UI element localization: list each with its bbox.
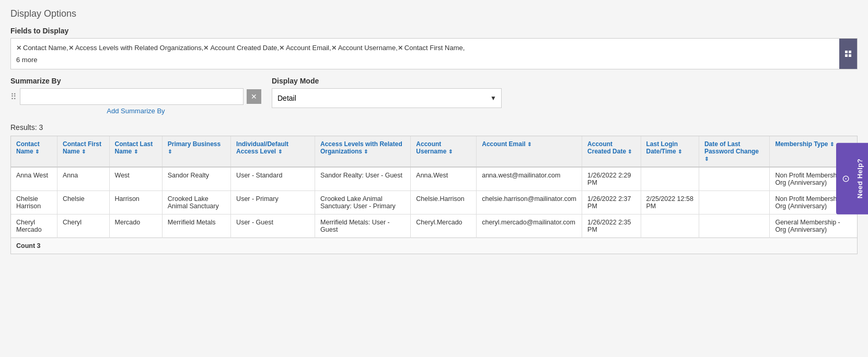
summarize-input[interactable] (20, 88, 244, 105)
question-icon: ⊙ (840, 174, 852, 182)
main-container: Display Options Fields to Display ✕ Cont… (0, 0, 868, 357)
cell-primary_business: Sandor Realty (162, 167, 230, 191)
col-primary-business[interactable]: Primary Business ⇕ (162, 136, 230, 167)
cell-last_password_change (699, 191, 769, 215)
need-help-panel[interactable]: ⊙ Need Help? (836, 143, 868, 215)
count-footer-cell: Count 3 (11, 238, 857, 254)
add-summarize-link[interactable]: Add Summarize By (10, 107, 261, 115)
table-wrapper: Contact Name ⇕ Contact First Name ⇕ Cont… (10, 136, 858, 254)
cell-last_password_change (699, 215, 769, 238)
need-help-label: Need Help? (856, 159, 864, 199)
more-fields-text: 6 more (16, 56, 852, 64)
field-tags-container: ✕ Contact Name,✕ Access Levels with Rela… (16, 44, 465, 52)
field-tag: ✕ Account Username, (331, 44, 398, 52)
results-section: Results: 3 Contact Name ⇕ Contact First … (10, 123, 858, 254)
field-tag: ✕ Contact First Name, (398, 44, 465, 52)
remove-field-button[interactable]: ✕ (68, 44, 74, 52)
cell-account_email: chelsie.harrison@mailinator.com (477, 191, 582, 215)
field-tag: ✕ Access Levels with Related Organizatio… (68, 44, 204, 52)
svg-rect-3 (849, 54, 851, 57)
cell-last_login: 2/25/2022 12:58 PM (641, 191, 699, 215)
cell-contact_name: Anna West (11, 167, 57, 191)
table-header: Contact Name ⇕ Contact First Name ⇕ Cont… (11, 136, 857, 167)
summarize-row: ⠿ ✕ (10, 88, 261, 105)
cell-membership_type: General Membership - Org (Anniversary) (770, 215, 857, 238)
remove-field-button[interactable]: ✕ (16, 44, 21, 52)
col-individual-access-level[interactable]: Individual/Default Access Level ⇕ (231, 136, 315, 167)
col-account-email[interactable]: Account Email ⇕ (477, 136, 582, 167)
summarize-label: Summarize By (10, 77, 261, 85)
cell-primary_business: Merrifield Metals (162, 215, 230, 238)
results-tbody: Anna WestAnnaWestSandor RealtyUser - Sta… (11, 167, 857, 238)
col-account-created-date[interactable]: Account Created Date ⇕ (582, 136, 641, 167)
cell-individual_access_level: User - Guest (231, 215, 315, 238)
results-table: Contact Name ⇕ Contact First Name ⇕ Cont… (11, 136, 857, 254)
field-tag: ✕ Contact Name, (16, 44, 68, 52)
cell-contact_last_name: West (109, 167, 162, 191)
display-mode-section: Display Mode Detail Summary (272, 77, 502, 115)
table-row: Chelsie HarrisonChelsieHarrisonCrooked L… (11, 191, 857, 215)
remove-field-button[interactable]: ✕ (279, 44, 284, 52)
cell-contact_name: Cheryl Mercado (11, 215, 57, 238)
cell-last_password_change (699, 167, 769, 191)
summarize-section: Summarize By ⠿ ✕ Add Summarize By (10, 77, 261, 115)
summarize-clear-button[interactable]: ✕ (247, 89, 261, 104)
cell-contact_last_name: Harrison (109, 191, 162, 215)
drag-handle-icon: ⠿ (10, 92, 17, 102)
col-contact-first-name[interactable]: Contact First Name ⇕ (57, 136, 109, 167)
cell-individual_access_level: User - Primary (231, 191, 315, 215)
col-account-username[interactable]: Account Username ⇕ (411, 136, 477, 167)
display-mode-label: Display Mode (272, 77, 502, 85)
svg-rect-1 (849, 51, 851, 53)
cell-contact_name: Chelsie Harrison (11, 191, 57, 215)
remove-field-button[interactable]: ✕ (203, 44, 209, 52)
fields-label: Fields to Display (10, 27, 858, 35)
field-tag: ✕ Account Email, (279, 44, 331, 52)
fields-box: ✕ Contact Name,✕ Access Levels with Rela… (10, 38, 858, 69)
cell-access_levels_orgs: Sandor Realty: User - Guest (315, 167, 411, 191)
cell-access_levels_orgs: Crooked Lake Animal Sanctuary: User - Pr… (315, 191, 411, 215)
table-row: Anna WestAnnaWestSandor RealtyUser - Sta… (11, 167, 857, 191)
cell-account_created_date: 1/26/2022 2:29 PM (582, 167, 641, 191)
options-row: Summarize By ⠿ ✕ Add Summarize By Displa… (10, 77, 858, 115)
cell-account_username: Anna.West (411, 167, 477, 191)
display-mode-wrapper: Detail Summary (272, 88, 502, 108)
display-mode-select[interactable]: Detail Summary (272, 88, 502, 108)
fields-dropdown-button[interactable] (839, 39, 857, 69)
results-count: Results: 3 (10, 123, 858, 132)
col-contact-last-name[interactable]: Contact Last Name ⇕ (109, 136, 162, 167)
col-last-password-change[interactable]: Date of Last Password Change ⇕ (699, 136, 769, 167)
svg-rect-2 (845, 54, 848, 57)
cell-contact_last_name: Mercado (109, 215, 162, 238)
cell-access_levels_orgs: Merrifield Metals: User - Guest (315, 215, 411, 238)
cell-account_email: cheryl.mercado@mailinator.com (477, 215, 582, 238)
table-row: Cheryl MercadoCherylMercadoMerrifield Me… (11, 215, 857, 238)
remove-field-button[interactable]: ✕ (398, 44, 403, 52)
table-footer: Count 3 (11, 238, 857, 254)
cell-account_username: Chelsie.Harrison (411, 191, 477, 215)
cell-contact_first_name: Chelsie (57, 191, 109, 215)
cell-individual_access_level: User - Standard (231, 167, 315, 191)
cell-account_username: Cheryl.Mercado (411, 215, 477, 238)
cell-last_login (641, 215, 699, 238)
cell-account_created_date: 1/26/2022 2:37 PM (582, 191, 641, 215)
cell-primary_business: Crooked Lake Animal Sanctuary (162, 191, 230, 215)
col-contact-name[interactable]: Contact Name ⇕ (11, 136, 57, 167)
field-tag: ✕ Account Created Date, (203, 44, 279, 52)
col-last-login[interactable]: Last Login Date/Time ⇕ (641, 136, 699, 167)
cell-account_created_date: 1/26/2022 2:35 PM (582, 215, 641, 238)
section-title: Display Options (10, 8, 858, 19)
cell-account_email: anna.west@mailinator.com (477, 167, 582, 191)
cell-last_login (641, 167, 699, 191)
cell-contact_first_name: Cheryl (57, 215, 109, 238)
cell-contact_first_name: Anna (57, 167, 109, 191)
svg-rect-0 (845, 51, 848, 53)
col-access-levels-orgs[interactable]: Access Levels with Related Organizations… (315, 136, 411, 167)
remove-field-button[interactable]: ✕ (331, 44, 337, 52)
